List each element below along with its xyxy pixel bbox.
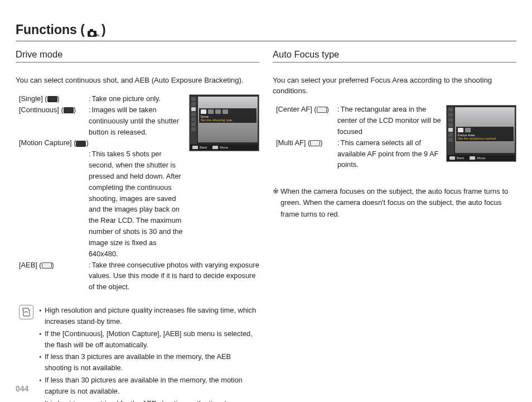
drive-item-aeb: [AEB] () :Take three consecutive photos … — [19, 260, 259, 293]
drive-preview: Drive Set the shooting type. Back Move — [189, 94, 259, 151]
af-star-note: ※ When the camera focuses on the subject… — [273, 186, 516, 219]
left-column: Drive mode You can select continuous sho… — [16, 49, 259, 402]
camera-fn-icon: Fn — [87, 26, 99, 35]
motion-icon — [76, 141, 86, 147]
drive-note-3: If less than 30 pictures are available i… — [39, 375, 259, 397]
drive-preview-sub: Set the shooting type. — [201, 118, 255, 122]
svg-text:Fn: Fn — [96, 34, 99, 37]
drive-note-1: If the [Continuous], [Motion Capture], [… — [39, 328, 259, 351]
multi-af-icon — [310, 140, 320, 146]
drive-mode-intro: You can select continuous shot, and AEB … — [16, 75, 259, 85]
single-icon — [47, 96, 57, 102]
center-af-icon — [317, 107, 327, 113]
af-preview-move: Move — [477, 156, 485, 160]
right-column: Auto Focus type You can select your pref… — [273, 49, 516, 402]
drive-notes: High resolution and picture quality incr… — [19, 305, 259, 402]
af-item-center: [Center AF] () :The rectangular area in … — [276, 104, 442, 137]
drive-preview-move: Move — [220, 146, 228, 149]
aeb-icon — [42, 262, 52, 269]
page-title: Functions ( Fn ) — [16, 22, 516, 41]
af-intro: You can select your preferred Focus Area… — [273, 75, 516, 96]
drive-mode-heading: Drive mode — [16, 49, 259, 63]
af-heading: Auto Focus type — [273, 49, 516, 63]
drive-note-4: It is best to use a tripod for the AEB s… — [39, 398, 259, 402]
af-preview: Focus Area Set the autofocus method. Bac… — [446, 105, 516, 162]
drive-note-2: If less than 3 pictures are available in… — [39, 351, 259, 374]
af-preview-sub: Set the autofocus method. — [458, 137, 512, 140]
drive-preview-back: Back — [200, 146, 207, 149]
page-number: 044 — [16, 384, 28, 393]
svg-rect-1 — [90, 29, 93, 31]
title-prefix: Functions ( — [16, 22, 85, 37]
drive-item-motion-desc: :This takes 5 shots per second, when the… — [19, 149, 185, 259]
svg-point-2 — [90, 32, 94, 36]
title-suffix: ) — [101, 22, 106, 37]
drive-note-0: High resolution and picture quality incr… — [39, 305, 259, 327]
af-item-multi: [Multi AF] () :This camera selects all o… — [276, 137, 442, 170]
drive-item-single: [Single] () :Take one picture only. — [19, 93, 185, 104]
reference-mark-icon: ※ — [273, 186, 279, 197]
drive-item-continuous: [Continuous] () :Images will be taken co… — [19, 104, 185, 137]
drive-item-motion: [Motion Capture] () — [19, 137, 185, 149]
note-icon — [19, 305, 33, 319]
af-preview-back: Back — [457, 156, 464, 160]
continuous-icon — [64, 107, 74, 113]
